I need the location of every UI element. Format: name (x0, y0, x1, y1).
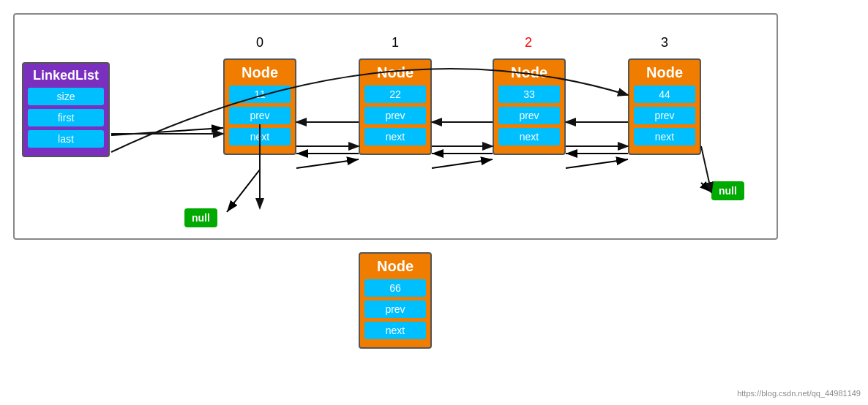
node-0-title: Node (229, 64, 291, 81)
node-3-title: Node (634, 64, 695, 81)
index-2: 2 (492, 35, 565, 50)
node-3-prev: prev (634, 107, 695, 124)
diagram: LinkedList size first last 0 1 2 3 Node … (0, 0, 868, 405)
node-1: Node 22 prev next (359, 58, 432, 155)
ll-field-size: size (28, 88, 104, 105)
node-2: Node 33 prev next (493, 58, 566, 155)
null-box-2: null (711, 181, 744, 200)
node-3-value: 44 (634, 86, 695, 103)
index-1: 1 (359, 35, 432, 50)
index-0: 0 (223, 35, 296, 50)
null-box-1: null (184, 208, 217, 227)
node-extra-next: next (364, 322, 426, 339)
footer-url: https://blog.csdn.net/qq_44981149 (737, 389, 861, 398)
node-3-next: next (634, 128, 695, 145)
node-2-prev: prev (498, 107, 560, 124)
node-0: Node 11 prev next (223, 58, 296, 155)
node-1-value: 22 (364, 86, 426, 103)
node-2-next: next (498, 128, 560, 145)
ll-field-first: first (28, 109, 104, 126)
index-3: 3 (628, 35, 701, 50)
linked-list-box: LinkedList size first last (22, 62, 110, 157)
node-3: Node 44 prev next (628, 58, 701, 155)
node-2-title: Node (498, 64, 560, 81)
node-1-title: Node (364, 64, 426, 81)
node-extra-prev: prev (364, 300, 426, 318)
node-1-prev: prev (364, 107, 426, 124)
node-0-prev: prev (229, 107, 291, 124)
node-extra: Node 66 prev next (359, 252, 432, 349)
node-1-next: next (364, 128, 426, 145)
node-extra-title: Node (364, 258, 426, 275)
node-2-value: 33 (498, 86, 560, 103)
linked-list-title: LinkedList (28, 68, 104, 83)
node-0-next: next (229, 128, 291, 145)
node-extra-value: 66 (364, 279, 426, 297)
ll-field-last: last (28, 130, 104, 148)
node-0-value: 11 (229, 86, 291, 103)
